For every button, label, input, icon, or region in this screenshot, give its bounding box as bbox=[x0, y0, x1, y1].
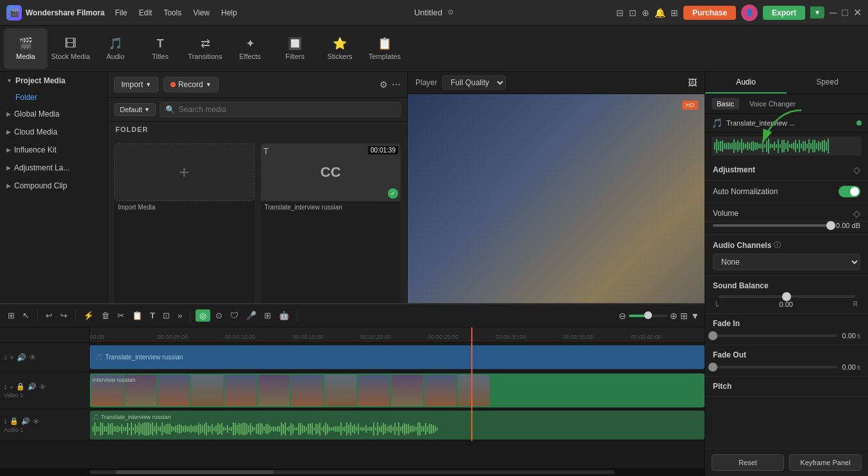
tl-pointer-btn[interactable]: ↖ bbox=[20, 309, 32, 322]
tl-settings-btn[interactable]: ▼ bbox=[690, 311, 699, 321]
menu-tools[interactable]: Tools bbox=[163, 8, 181, 17]
tl-motion-btn[interactable]: ◎ bbox=[196, 309, 210, 322]
timeline-scrollbar[interactable] bbox=[0, 468, 705, 476]
volume-slider[interactable] bbox=[713, 224, 831, 227]
menu-view[interactable]: View bbox=[193, 8, 210, 17]
global-media-item[interactable]: ▶ Global Media bbox=[0, 105, 107, 123]
track1-lock-btn[interactable]: 🔒 bbox=[16, 382, 25, 391]
subtitle-media-item[interactable]: CC T 00:01:39 ✓ Translate_interview russ… bbox=[261, 144, 401, 309]
audio-vis-btn[interactable]: 👁 bbox=[33, 418, 40, 425]
fade-in-slider[interactable] bbox=[713, 334, 837, 337]
video-track-label: Video 1 bbox=[4, 392, 85, 398]
zoom-in-btn[interactable]: ⊕ bbox=[670, 311, 678, 321]
avatar[interactable]: 👤 bbox=[741, 4, 758, 21]
export-dropdown[interactable]: ▼ bbox=[810, 6, 824, 19]
icon-btn-1[interactable]: ⊟ bbox=[616, 8, 624, 18]
keyframe-panel-button[interactable]: Keyframe Panel bbox=[789, 454, 862, 471]
tl-split-btn[interactable]: ⚡ bbox=[81, 309, 96, 322]
tl-more-btn[interactable]: » bbox=[175, 309, 185, 322]
tl-grid-btn[interactable]: ⊞ bbox=[680, 311, 688, 321]
track1-vis-btn[interactable]: 👁 bbox=[39, 383, 46, 391]
export-button[interactable]: Export bbox=[763, 6, 805, 20]
tl-crop-btn[interactable]: ⊡ bbox=[160, 309, 172, 322]
tl-multi-btn[interactable]: ⊞ bbox=[262, 309, 274, 322]
tl-camera-btn[interactable]: ⊙ bbox=[213, 309, 225, 322]
tab-stock[interactable]: 🎞 Stock Media bbox=[49, 28, 92, 69]
subtab-voice[interactable]: Voice Changer bbox=[744, 98, 801, 110]
subtab-basic[interactable]: Basic bbox=[712, 98, 739, 110]
default-btn[interactable]: Default ▼ bbox=[114, 103, 156, 116]
audio-clip-block[interactable]: 🎵 Translate_interview russian bbox=[90, 411, 705, 439]
track2-vis-btn[interactable]: 👁 bbox=[29, 353, 37, 362]
tl-cut-btn[interactable]: ✂ bbox=[115, 309, 127, 322]
tab-transitions[interactable]: ⇄ Transitions bbox=[183, 28, 227, 69]
icon-btn-2[interactable]: ⊡ bbox=[629, 8, 637, 18]
track1-add-btn[interactable]: + bbox=[10, 383, 13, 391]
fade-in-thumb[interactable] bbox=[708, 331, 717, 340]
menu-help[interactable]: Help bbox=[221, 8, 237, 17]
tl-ai-btn[interactable]: 🤖 bbox=[276, 309, 292, 322]
icon-btn-4[interactable]: 🔔 bbox=[655, 8, 665, 18]
tl-undo-btn[interactable]: ↩ bbox=[43, 309, 55, 322]
volume-thumb[interactable] bbox=[826, 221, 835, 230]
import-button[interactable]: Import ▼ bbox=[114, 77, 158, 92]
tab-speed-right[interactable]: Speed bbox=[787, 72, 868, 94]
tl-copy-btn[interactable]: 📋 bbox=[129, 309, 145, 322]
zoom-out-btn[interactable]: ⊖ bbox=[619, 311, 626, 321]
reset-button[interactable]: Reset bbox=[712, 454, 784, 471]
tl-delete-btn[interactable]: 🗑 bbox=[99, 309, 112, 322]
subtitle-clip[interactable]: 🎵 Translate_interview russian bbox=[90, 345, 705, 369]
scrollbar-thumb[interactable] bbox=[116, 470, 274, 474]
tab-titles[interactable]: T Titles bbox=[138, 28, 182, 69]
tab-media[interactable]: 🎬 Media bbox=[4, 28, 47, 69]
auto-norm-toggle[interactable] bbox=[839, 186, 860, 197]
influence-item[interactable]: ▶ Influence Kit bbox=[0, 141, 107, 159]
tab-filters[interactable]: 🔲 Filters bbox=[273, 28, 317, 69]
icon-btn-5[interactable]: ⊞ bbox=[671, 8, 678, 18]
adjustment-icon[interactable]: ◇ bbox=[853, 165, 860, 175]
more-btn[interactable]: ⋯ bbox=[392, 79, 401, 90]
fade-out-slider[interactable] bbox=[713, 366, 837, 368]
track1-vol-btn[interactable]: 🔊 bbox=[28, 382, 37, 391]
audio-vol-btn[interactable]: 🔊 bbox=[21, 417, 30, 425]
folder-item[interactable]: Folder bbox=[0, 90, 107, 105]
volume-diamond-icon[interactable]: ◇ bbox=[853, 208, 860, 218]
maximize-btn[interactable]: □ bbox=[842, 7, 848, 19]
channels-select[interactable]: None bbox=[713, 254, 860, 270]
tl-mask-btn[interactable]: 🛡 bbox=[228, 309, 241, 322]
import-media-item[interactable]: + Import Media bbox=[114, 144, 255, 309]
tl-text-btn[interactable]: T bbox=[147, 309, 158, 322]
adjustment-item[interactable]: ▶ Adjustment La... bbox=[0, 159, 107, 177]
video-clip[interactable]: interview russian bbox=[90, 373, 705, 407]
tab-audio-right[interactable]: Audio bbox=[705, 72, 787, 94]
track2-add-btn[interactable]: + bbox=[10, 353, 14, 362]
zoom-slider[interactable] bbox=[629, 315, 667, 317]
tl-audio-btn[interactable]: 🎤 bbox=[244, 309, 259, 322]
compound-clip-item[interactable]: ▶ Compound Clip bbox=[0, 177, 107, 195]
tab-stickers[interactable]: ⭐ Stickers bbox=[318, 28, 362, 69]
filter-btn[interactable]: ⚙ bbox=[380, 79, 388, 90]
fade-out-thumb[interactable] bbox=[708, 363, 717, 372]
icon-btn-3[interactable]: ⊕ bbox=[642, 8, 649, 18]
close-btn[interactable]: ✕ bbox=[853, 6, 862, 19]
player-icon-1[interactable]: 🖼 bbox=[688, 78, 697, 88]
track2-vol-btn[interactable]: 🔊 bbox=[17, 353, 26, 362]
tab-templates[interactable]: 📋 Templates bbox=[363, 28, 406, 69]
record-button[interactable]: Record ▼ bbox=[163, 77, 219, 92]
balance-thumb[interactable] bbox=[782, 292, 791, 301]
tab-audio[interactable]: 🎵 Audio bbox=[94, 28, 137, 69]
purchase-button[interactable]: Purchase bbox=[683, 6, 736, 20]
menu-edit[interactable]: Edit bbox=[138, 8, 152, 17]
tl-redo-btn[interactable]: ↪ bbox=[58, 309, 70, 322]
tl-snap-btn[interactable]: ⊞ bbox=[5, 309, 17, 322]
minimize-btn[interactable]: ─ bbox=[830, 7, 837, 19]
tab-effects[interactable]: ✦ Effects bbox=[228, 28, 272, 69]
cloud-media-item[interactable]: ▶ Cloud Media bbox=[0, 123, 107, 141]
project-media-item[interactable]: ▼ Project Media bbox=[0, 72, 107, 90]
quality-select[interactable]: Full Quality bbox=[442, 76, 506, 90]
audio-lock-btn[interactable]: 🔒 bbox=[10, 417, 19, 425]
search-input[interactable] bbox=[179, 105, 395, 114]
menu-file[interactable]: File bbox=[115, 8, 127, 17]
scrollbar-track[interactable] bbox=[90, 470, 615, 474]
balance-track[interactable] bbox=[718, 295, 855, 298]
